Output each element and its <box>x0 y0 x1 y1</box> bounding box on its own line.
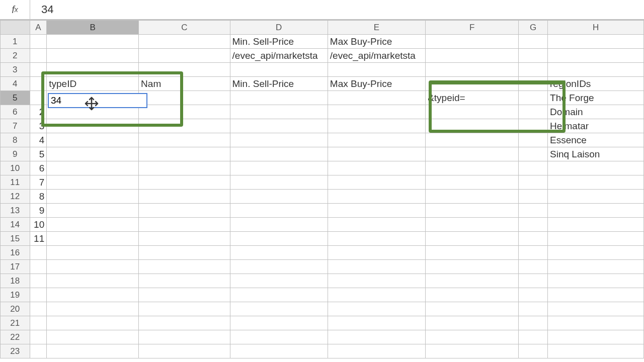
cell-G20[interactable] <box>518 302 547 316</box>
row-header-20[interactable]: 20 <box>1 302 30 316</box>
cell-C16[interactable] <box>139 246 230 260</box>
cell-A15[interactable]: 11 <box>30 232 47 246</box>
cell-A5[interactable] <box>30 91 47 105</box>
cell-B18[interactable] <box>47 274 139 288</box>
cell-F5[interactable]: &typeid= <box>426 91 519 105</box>
cell-D2[interactable]: /evec_api/marketsta <box>230 49 328 63</box>
cell-D20[interactable] <box>230 302 328 316</box>
cell-B1[interactable] <box>47 35 139 49</box>
row-header-13[interactable]: 13 <box>1 204 30 218</box>
row-header-22[interactable]: 22 <box>1 330 30 344</box>
cell-F1[interactable] <box>426 35 519 49</box>
col-header-A[interactable]: A <box>30 21 47 35</box>
row-header-10[interactable]: 10 <box>1 161 30 175</box>
cell-E21[interactable] <box>328 316 425 330</box>
cell-D14[interactable] <box>230 218 328 232</box>
cell-E14[interactable] <box>328 218 425 232</box>
cell-G18[interactable] <box>518 274 547 288</box>
cell-B13[interactable] <box>47 204 139 218</box>
cell-H13[interactable] <box>548 204 644 218</box>
cell-C5[interactable] <box>139 91 230 105</box>
cell-D10[interactable] <box>230 161 328 175</box>
cell-D21[interactable] <box>230 316 328 330</box>
col-header-C[interactable]: C <box>139 21 230 35</box>
row-header-23[interactable]: 23 <box>1 344 30 358</box>
cell-E3[interactable] <box>328 63 425 77</box>
cell-A23[interactable] <box>30 344 47 358</box>
cell-F4[interactable] <box>426 77 519 91</box>
cell-B8[interactable] <box>47 133 139 147</box>
cell-D23[interactable] <box>230 344 328 358</box>
cell-E7[interactable] <box>328 119 425 133</box>
cell-E22[interactable] <box>328 330 425 344</box>
cell-E9[interactable] <box>328 147 425 161</box>
cell-A19[interactable] <box>30 288 47 302</box>
cell-E16[interactable] <box>328 246 425 260</box>
cell-B7[interactable] <box>47 119 139 133</box>
cell-G12[interactable] <box>518 190 547 204</box>
cell-A12[interactable]: 8 <box>30 190 47 204</box>
col-header-E[interactable]: E <box>328 21 425 35</box>
cell-E18[interactable] <box>328 274 425 288</box>
select-all-corner[interactable] <box>1 21 30 35</box>
cell-F22[interactable] <box>426 330 519 344</box>
cell-B9[interactable] <box>47 147 139 161</box>
cell-H3[interactable] <box>548 63 644 77</box>
cell-E19[interactable] <box>328 288 425 302</box>
cell-G6[interactable] <box>518 105 547 119</box>
cell-D9[interactable] <box>230 147 328 161</box>
cell-B6[interactable] <box>47 105 139 119</box>
cell-C20[interactable] <box>139 302 230 316</box>
cell-C23[interactable] <box>139 344 230 358</box>
cell-G15[interactable] <box>518 232 547 246</box>
cell-F2[interactable] <box>426 49 519 63</box>
cell-C6[interactable] <box>139 105 230 119</box>
cell-C1[interactable] <box>139 35 230 49</box>
row-header-12[interactable]: 12 <box>1 190 30 204</box>
cell-A16[interactable] <box>30 246 47 260</box>
cell-B5[interactable]: 34 <box>47 91 139 105</box>
cell-A21[interactable] <box>30 316 47 330</box>
formula-value[interactable]: 34 <box>30 3 53 16</box>
cell-H8[interactable]: Essence <box>548 133 644 147</box>
cell-F15[interactable] <box>426 232 519 246</box>
col-header-F[interactable]: F <box>426 21 519 35</box>
cell-E1[interactable]: Max Buy-Price <box>328 35 425 49</box>
cell-C2[interactable] <box>139 49 230 63</box>
cell-D19[interactable] <box>230 288 328 302</box>
cell-G13[interactable] <box>518 204 547 218</box>
cell-G9[interactable] <box>518 147 547 161</box>
cell-E5[interactable] <box>328 91 425 105</box>
cell-D18[interactable] <box>230 274 328 288</box>
fx-icon[interactable]: fx <box>0 0 30 19</box>
cell-H23[interactable] <box>548 344 644 358</box>
cell-A22[interactable] <box>30 330 47 344</box>
cell-B17[interactable] <box>47 260 139 274</box>
cell-A4[interactable] <box>30 77 47 91</box>
cell-F23[interactable] <box>426 344 519 358</box>
row-header-15[interactable]: 15 <box>1 232 30 246</box>
cell-B3[interactable] <box>47 63 139 77</box>
row-header-16[interactable]: 16 <box>1 246 30 260</box>
cell-G1[interactable] <box>518 35 547 49</box>
cell-B12[interactable] <box>47 190 139 204</box>
cell-H21[interactable] <box>548 316 644 330</box>
cell-G21[interactable] <box>518 316 547 330</box>
cell-E17[interactable] <box>328 260 425 274</box>
cell-C19[interactable] <box>139 288 230 302</box>
cell-A9[interactable]: 5 <box>30 147 47 161</box>
cell-B2[interactable] <box>47 49 139 63</box>
row-header-3[interactable]: 3 <box>1 63 30 77</box>
row-header-8[interactable]: 8 <box>1 133 30 147</box>
cell-A11[interactable]: 7 <box>30 175 47 190</box>
cell-F3[interactable] <box>426 63 519 77</box>
cell-G17[interactable] <box>518 260 547 274</box>
cell-C12[interactable] <box>139 190 230 204</box>
cell-H7[interactable]: Heimatar <box>548 119 644 133</box>
cell-F9[interactable] <box>426 147 519 161</box>
cell-A13[interactable]: 9 <box>30 204 47 218</box>
cell-G7[interactable] <box>518 119 547 133</box>
col-header-H[interactable]: H <box>548 21 644 35</box>
cell-H19[interactable] <box>548 288 644 302</box>
cell-F14[interactable] <box>426 218 519 232</box>
